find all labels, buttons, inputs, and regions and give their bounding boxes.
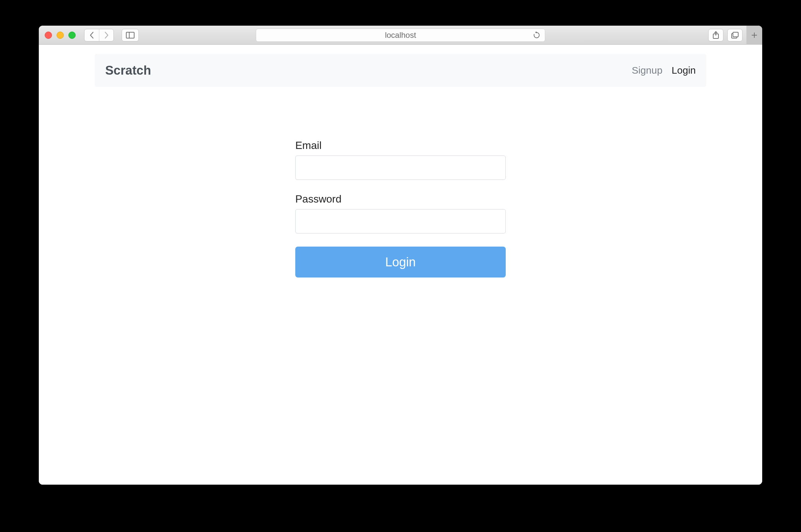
reload-button[interactable] bbox=[533, 32, 540, 39]
browser-window: localhost Scratch Signup Login bbox=[39, 26, 762, 484]
app-brand[interactable]: Scratch bbox=[105, 63, 151, 78]
close-window-button[interactable] bbox=[45, 32, 52, 39]
address-bar[interactable]: localhost bbox=[256, 28, 545, 42]
tabs-overview-button[interactable] bbox=[727, 29, 742, 41]
chevron-right-icon bbox=[104, 32, 109, 39]
tabs-icon bbox=[731, 32, 739, 39]
minimize-window-button[interactable] bbox=[57, 32, 64, 39]
nav-link-login[interactable]: Login bbox=[672, 65, 696, 76]
login-form: Email Password Login bbox=[295, 139, 506, 278]
new-tab-button[interactable] bbox=[746, 26, 762, 45]
email-label: Email bbox=[295, 139, 506, 152]
back-button[interactable] bbox=[84, 29, 99, 41]
address-bar-text: localhost bbox=[385, 31, 416, 40]
svg-rect-5 bbox=[733, 32, 738, 37]
maximize-window-button[interactable] bbox=[69, 32, 76, 39]
share-button[interactable] bbox=[708, 29, 723, 41]
nav-link-signup[interactable]: Signup bbox=[632, 65, 662, 76]
app-nav-links: Signup Login bbox=[632, 65, 696, 76]
password-input[interactable] bbox=[295, 209, 506, 233]
nav-button-group bbox=[84, 29, 114, 41]
email-input[interactable] bbox=[295, 155, 506, 180]
traffic-lights bbox=[45, 32, 76, 39]
login-button[interactable]: Login bbox=[295, 247, 506, 278]
titlebar-right-group bbox=[708, 26, 756, 45]
forward-button[interactable] bbox=[99, 29, 113, 41]
chevron-left-icon bbox=[89, 32, 94, 39]
reload-icon bbox=[533, 32, 540, 39]
sidebar-icon bbox=[126, 32, 134, 38]
page-viewport: Scratch Signup Login Email Password Logi… bbox=[39, 45, 762, 484]
browser-titlebar: localhost bbox=[39, 26, 762, 45]
password-label: Password bbox=[295, 193, 506, 205]
plus-icon bbox=[751, 32, 758, 39]
share-icon bbox=[712, 31, 720, 39]
sidebar-toggle-button[interactable] bbox=[122, 29, 139, 41]
app-navbar: Scratch Signup Login bbox=[95, 54, 706, 87]
svg-rect-0 bbox=[126, 32, 134, 38]
